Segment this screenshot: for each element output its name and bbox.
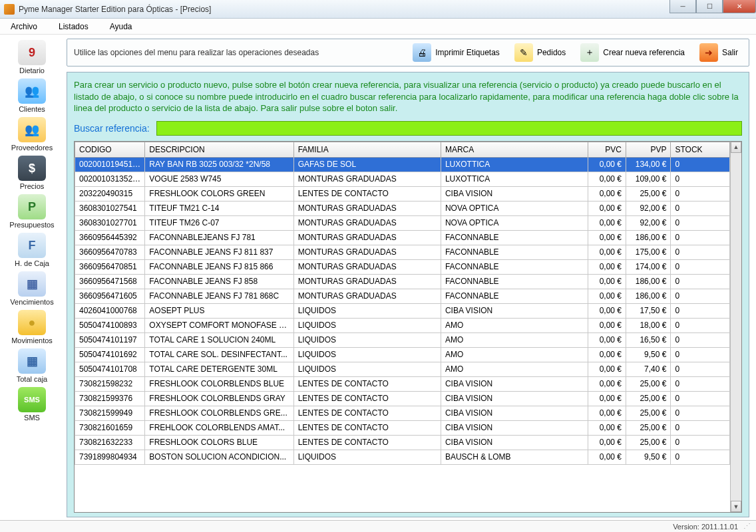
table-row[interactable]: 3660956470783FACONNABLE JEANS FJ 811 837… (75, 245, 730, 259)
exit-arrow-icon: ➜ (699, 43, 718, 62)
cell: 0,00 € (588, 362, 626, 376)
menu-archivo[interactable]: Archivo (7, 21, 41, 33)
titlebar: Pyme Manager Starter Edition para Óptica… (0, 0, 756, 19)
table-row[interactable]: 4026041000768AOSEPT PLUSLIQUIDOSCIBA VIS… (75, 303, 730, 318)
cell: 0 (671, 450, 730, 464)
cell: 0,00 € (588, 215, 626, 230)
table-row[interactable]: 5050474101197TOTAL CARE 1 SOLUCION 240ML… (75, 332, 730, 347)
table-row[interactable]: 3660956445392FACONNABLEJEANS FJ 781MONTU… (75, 230, 730, 245)
cell: CIBA VISION (441, 435, 588, 450)
menu-ayuda[interactable]: Ayuda (106, 21, 136, 33)
cell: 0,00 € (588, 289, 626, 303)
cell: MONTURAS GRADUADAS (293, 215, 441, 230)
scroll-up-arrow-icon[interactable]: ▲ (731, 142, 741, 153)
cell: 0 (671, 318, 730, 332)
pedidos-button[interactable]: ✎ Pedidos (510, 42, 570, 63)
cell: LIQUIDOS (293, 347, 441, 362)
sidebar-item-sms[interactable]: SMSSMS (0, 384, 64, 423)
cell: FACONNABLE JEANS FJ 811 837 (145, 245, 293, 259)
sidebar-item-dietario[interactable]: 9Dietario (0, 37, 64, 76)
table-row[interactable]: 730821632233FRESHLOOK COLORS BLUELENTES … (75, 435, 730, 450)
table-row[interactable]: 730821598232FRESHLOOK COLORBLENDS BLUELE… (75, 376, 730, 391)
table-row[interactable]: 730821599949FRESHLOOK COLORBLENDS GRE...… (75, 406, 730, 420)
cell: 0 (671, 274, 730, 289)
header-pvc[interactable]: PVC (588, 142, 626, 157)
cell: VOGUE 2583 W745 (145, 172, 293, 186)
sidebar-item-total-caja[interactable]: ▦Total caja (0, 346, 64, 384)
sidebar-item-h-de-caja[interactable]: FH. de Caja (0, 230, 64, 269)
dietario-icon: 9 (18, 40, 46, 65)
minimize-button[interactable]: ─ (669, 0, 696, 13)
cell: 25,00 € (626, 435, 671, 450)
search-input[interactable] (156, 121, 742, 136)
imprimir-etiquetas-button[interactable]: 🖨 Imprimir Etiquetas (409, 42, 504, 63)
header-codigo[interactable]: CODIGO (75, 142, 145, 157)
proveedores-icon: 👥 (18, 117, 46, 142)
sidebar-item-label: H. de Caja (15, 259, 49, 267)
maximize-button[interactable]: ☐ (696, 0, 723, 13)
table-row[interactable]: 730821599376FRESHLOOK COLORBLENDS GRAYLE… (75, 391, 730, 406)
close-button[interactable]: ✕ (723, 0, 756, 13)
cell: 25,00 € (626, 376, 671, 391)
cell: 0 (671, 186, 730, 201)
vertical-scrollbar[interactable]: ▲ ▼ (730, 142, 741, 512)
table-row[interactable]: 3608301027541TITEUF TM21 C-14MONTURAS GR… (75, 201, 730, 215)
sidebar-item-precios[interactable]: $Precios (0, 153, 64, 192)
cell: 186,00 € (626, 274, 671, 289)
header-pvp[interactable]: PVP (626, 142, 671, 157)
header-familia[interactable]: FAMILIA (293, 142, 441, 157)
salir-button[interactable]: ➜ Salir (695, 42, 742, 63)
sms-icon: SMS (18, 387, 46, 412)
data-grid[interactable]: CODIGO DESCRIPCION FAMILIA MARCA PVC PVP… (75, 142, 730, 512)
table-row[interactable]: 3660956471605FACONNABLE JEANS FJ 781 868… (75, 289, 730, 303)
cell: CIBA VISION (441, 376, 588, 391)
sidebar-item-movimientos[interactable]: ●Movimientos (0, 307, 64, 346)
table-row[interactable]: 3660956470851FACONNABLE JEANS FJ 815 866… (75, 259, 730, 274)
resize-grip-icon[interactable]: ⋰ (743, 522, 749, 531)
cell: LENTES DE CONTACTO (293, 435, 441, 450)
table-row[interactable]: 5050474101692TOTAL CARE SOL. DESINFECTAN… (75, 347, 730, 362)
cell: 0,00 € (588, 376, 626, 391)
header-marca[interactable]: MARCA (441, 142, 588, 157)
sidebar-item-label: Proveedores (11, 144, 53, 152)
crear-referencia-button[interactable]: ＋ Crear nueva referencia (576, 42, 689, 63)
sidebar-item-clientes[interactable]: 👥Clientes (0, 76, 64, 114)
header-row: CODIGO DESCRIPCION FAMILIA MARCA PVC PVP… (75, 142, 730, 157)
cell: 00200103135269 (75, 172, 145, 186)
sidebar-item-label: Precios (20, 182, 45, 190)
table-row[interactable]: 730821601659FREHLOOK COLORBLENDS AMAT...… (75, 420, 730, 435)
table-row[interactable]: 203220490315FRESHLOOK COLORS GREENLENTES… (75, 186, 730, 201)
sidebar-item-proveedores[interactable]: 👥Proveedores (0, 114, 64, 153)
cell: CIBA VISION (441, 420, 588, 435)
table-row[interactable]: 3660956471568FACONNABLE JEANS FJ 858MONT… (75, 274, 730, 289)
header-stock[interactable]: STOCK (671, 142, 730, 157)
scroll-down-arrow-icon[interactable]: ▼ (731, 501, 741, 512)
table-row[interactable]: 00200101945143RAY BAN RB 3025 003/32 *2N… (75, 157, 730, 172)
sidebar-item-vencimientos[interactable]: ▦Vencimientos (0, 269, 64, 307)
cell: TOTAL CARE SOL. DESINFECTANT... (145, 347, 293, 362)
table-row[interactable]: 5050474100893OXYSEPT COMFORT MONOFASE 3.… (75, 318, 730, 332)
header-descripcion[interactable]: DESCRIPCION (145, 142, 293, 157)
cell: 0,00 € (588, 274, 626, 289)
table-row[interactable]: 7391899804934BOSTON SOLUCION ACONDICION.… (75, 450, 730, 464)
sidebar-item-label: SMS (24, 414, 40, 422)
cell: 186,00 € (626, 289, 671, 303)
help-text: Para crear un servicio o producto nuevo,… (74, 79, 742, 114)
crear-label: Crear nueva referencia (603, 48, 685, 57)
menu-listados[interactable]: Listados (55, 21, 93, 33)
cell: 186,00 € (626, 230, 671, 245)
table-row[interactable]: 5050474101708TOTAL CARE DETERGENTE 30MLL… (75, 362, 730, 376)
cell: 7,40 € (626, 362, 671, 376)
sidebar-item-presupuestos[interactable]: PPresupuestos (0, 192, 64, 230)
table-row[interactable]: 00200103135269VOGUE 2583 W745MONTURAS GR… (75, 172, 730, 186)
table-row[interactable]: 3608301027701TITEUF TM26 C-07MONTURAS GR… (75, 215, 730, 230)
cell: 5050474101708 (75, 362, 145, 376)
cell: 730821598232 (75, 376, 145, 391)
cell: 0,00 € (588, 347, 626, 362)
sidebar-item-label: Vencimientos (10, 298, 53, 306)
cell: 9,50 € (626, 347, 671, 362)
cell: 00200101945143 (75, 157, 145, 172)
cell: LIQUIDOS (293, 318, 441, 332)
cell: MONTURAS GRADUADAS (293, 259, 441, 274)
cell: 17,50 € (626, 303, 671, 318)
